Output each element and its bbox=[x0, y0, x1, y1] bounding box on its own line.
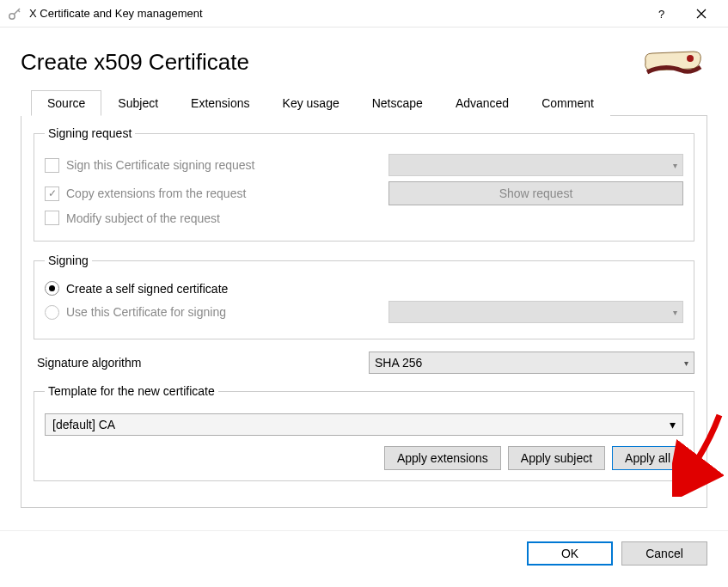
group-template: Template for the new certificate [defaul… bbox=[34, 384, 694, 481]
group-signing-request: Signing request Sign this Certificate si… bbox=[34, 126, 694, 242]
svg-text:?: ? bbox=[658, 9, 664, 19]
tabs: Source Subject Extensions Key usage Nets… bbox=[31, 89, 707, 116]
label-modify-subject: Modify subject of the request bbox=[66, 211, 220, 225]
button-apply-extensions[interactable]: Apply extensions bbox=[384, 446, 501, 470]
radio-self-signed[interactable] bbox=[45, 281, 59, 296]
dialog-button-row: OK Cancel bbox=[0, 530, 728, 578]
combo-signing-cert: ▾ bbox=[388, 301, 683, 323]
chevron-down-icon: ▾ bbox=[684, 358, 688, 368]
close-button[interactable] bbox=[682, 0, 721, 28]
tab-body-source: Signing request Sign this Certificate si… bbox=[21, 116, 707, 508]
key-icon bbox=[7, 6, 22, 21]
tab-comment[interactable]: Comment bbox=[525, 90, 610, 116]
combo-template[interactable]: [default] CA ▾ bbox=[45, 413, 683, 436]
button-show-request: Show request bbox=[388, 181, 683, 205]
tab-advanced[interactable]: Advanced bbox=[439, 90, 525, 116]
legend-signing-request: Signing request bbox=[45, 126, 135, 140]
chevron-down-icon: ▾ bbox=[670, 418, 676, 431]
chevron-down-icon: ▾ bbox=[673, 308, 677, 317]
tab-source[interactable]: Source bbox=[31, 90, 101, 116]
group-signing: Signing Create a self signed certificate… bbox=[34, 254, 694, 339]
ok-button[interactable]: OK bbox=[527, 541, 613, 566]
legend-signing: Signing bbox=[45, 254, 92, 267]
label-use-cert: Use this Certificate for signing bbox=[66, 305, 226, 319]
tab-subject[interactable]: Subject bbox=[101, 90, 174, 116]
svg-point-6 bbox=[687, 55, 694, 62]
window-title: X Certificate and Key management bbox=[29, 7, 642, 20]
scroll-logo-icon bbox=[639, 45, 707, 79]
button-apply-all[interactable]: Apply all bbox=[612, 446, 683, 470]
label-sign-csr: Sign this Certificate signing request bbox=[66, 158, 254, 172]
svg-line-2 bbox=[18, 10, 20, 12]
help-button[interactable]: ? bbox=[642, 0, 682, 28]
chevron-down-icon: ▾ bbox=[673, 161, 677, 170]
radio-use-cert bbox=[45, 305, 59, 320]
tab-extensions[interactable]: Extensions bbox=[174, 90, 266, 116]
titlebar: X Certificate and Key management ? bbox=[0, 0, 728, 28]
combo-signature-algorithm[interactable]: SHA 256 ▾ bbox=[369, 352, 694, 374]
page-title: Create x509 Certificate bbox=[21, 49, 249, 76]
checkbox-modify-subject bbox=[45, 211, 59, 225]
combo-csr-select: ▾ bbox=[388, 154, 683, 176]
label-self-signed: Create a self signed certificate bbox=[66, 282, 228, 296]
legend-template: Template for the new certificate bbox=[45, 384, 218, 398]
cancel-button[interactable]: Cancel bbox=[621, 541, 707, 566]
label-copy-extensions: Copy extensions from the request bbox=[66, 186, 246, 200]
checkbox-sign-csr bbox=[45, 158, 59, 173]
label-signature-algorithm: Signature algorithm bbox=[34, 356, 369, 370]
button-apply-subject[interactable]: Apply subject bbox=[508, 446, 605, 470]
tab-netscape[interactable]: Netscape bbox=[356, 90, 439, 116]
checkbox-copy-extensions: ✓ bbox=[45, 186, 59, 201]
tab-key-usage[interactable]: Key usage bbox=[266, 90, 356, 116]
